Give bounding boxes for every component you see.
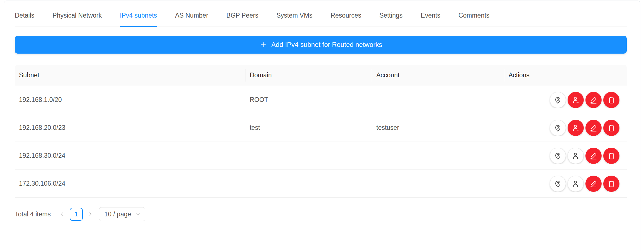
chevron-down-icon: [135, 211, 141, 217]
edit-icon: [589, 124, 598, 132]
user-action-icon: [571, 96, 580, 104]
table-body: 192.168.1.0/20ROOT192.168.20.0/23testtes…: [15, 86, 627, 198]
delete-icon: [607, 96, 616, 104]
tab-physical-network[interactable]: Physical Network: [52, 5, 102, 27]
add-ipv4-subnet-button[interactable]: Add IPv4 subnet for Routed networks: [15, 36, 627, 54]
domain-cell: test: [245, 124, 372, 132]
tab-events[interactable]: Events: [421, 5, 440, 27]
actions-cell: [504, 92, 627, 108]
user-action-icon: [571, 180, 580, 188]
view-metrics-button[interactable]: [550, 176, 566, 192]
delete-button[interactable]: [603, 92, 619, 108]
tab-system-vms[interactable]: System VMs: [276, 5, 312, 27]
edit-icon: [589, 152, 598, 160]
environment-icon: [554, 124, 562, 132]
subnet-cell: 192.168.1.0/20: [15, 96, 245, 104]
edit-button[interactable]: [585, 120, 602, 136]
environment-icon: [554, 96, 562, 104]
user-action-icon: [571, 124, 580, 132]
tab-settings[interactable]: Settings: [379, 5, 402, 27]
actions-cell: [504, 120, 627, 136]
pagination-next-button[interactable]: [87, 211, 93, 217]
user-add-button[interactable]: [568, 176, 584, 192]
column-header-subnet: Subnet: [15, 71, 245, 79]
domain-cell: ROOT: [245, 96, 372, 104]
pagination-page-1[interactable]: 1: [70, 208, 83, 221]
table-row: 192.168.1.0/20ROOT: [15, 86, 627, 114]
table-row: 192.168.20.0/23testtestuser: [15, 114, 627, 142]
chevron-left-icon: [59, 211, 65, 217]
pagination-total-label: Total 4 items: [15, 211, 51, 218]
environment-icon: [554, 180, 562, 188]
chevron-right-icon: [87, 211, 93, 217]
user-remove-button[interactable]: [568, 92, 584, 108]
account-cell: testuser: [372, 124, 504, 132]
delete-button[interactable]: [603, 176, 619, 192]
delete-icon: [607, 180, 616, 188]
edit-button[interactable]: [585, 148, 602, 164]
edit-icon: [589, 180, 598, 188]
tab-bgp-peers[interactable]: BGP Peers: [226, 5, 259, 27]
subnet-cell: 192.168.30.0/24: [15, 152, 245, 159]
delete-icon: [607, 152, 616, 160]
delete-icon: [607, 124, 616, 132]
delete-button[interactable]: [603, 148, 619, 164]
table-row: 192.168.30.0/24: [15, 142, 627, 170]
column-header-domain: Domain: [245, 71, 372, 79]
delete-button[interactable]: [603, 120, 619, 136]
table-header-row: Subnet Domain Account Actions: [15, 65, 627, 86]
tab-bar: Details Physical Network IPv4 subnets AS…: [15, 5, 627, 27]
view-metrics-button[interactable]: [550, 92, 566, 108]
edit-button[interactable]: [585, 92, 602, 108]
column-header-account: Account: [372, 71, 504, 79]
tab-resources[interactable]: Resources: [331, 5, 361, 27]
pagination-prev-button[interactable]: [59, 211, 65, 217]
user-remove-button[interactable]: [568, 120, 584, 136]
edit-button[interactable]: [585, 176, 602, 192]
page-size-label: 10 / page: [104, 211, 131, 218]
edit-icon: [589, 96, 598, 104]
subnet-cell: 172.30.106.0/24: [15, 180, 245, 187]
page-size-select[interactable]: 10 / page: [99, 207, 145, 221]
subnet-cell: 192.168.20.0/23: [15, 124, 245, 132]
pagination: Total 4 items 1 10 / page: [15, 207, 627, 221]
column-header-actions: Actions: [504, 71, 627, 79]
actions-cell: [504, 148, 627, 164]
tab-details[interactable]: Details: [15, 5, 34, 27]
actions-cell: [504, 176, 627, 192]
user-add-button[interactable]: [568, 148, 584, 164]
view-metrics-button[interactable]: [550, 120, 566, 136]
plus-icon: [259, 41, 267, 49]
add-ipv4-subnet-label: Add IPv4 subnet for Routed networks: [271, 41, 382, 49]
tab-ipv4-subnets[interactable]: IPv4 subnets: [120, 5, 157, 27]
tab-comments[interactable]: Comments: [459, 5, 489, 27]
ipv4-subnets-table: Subnet Domain Account Actions 192.168.1.…: [15, 65, 627, 198]
tab-as-number[interactable]: AS Number: [175, 5, 208, 27]
network-detail-card: Details Physical Network IPv4 subnets AS…: [4, 1, 640, 251]
table-row: 172.30.106.0/24: [15, 170, 627, 198]
view-metrics-button[interactable]: [550, 148, 566, 164]
environment-icon: [554, 152, 562, 160]
user-action-icon: [571, 152, 580, 160]
